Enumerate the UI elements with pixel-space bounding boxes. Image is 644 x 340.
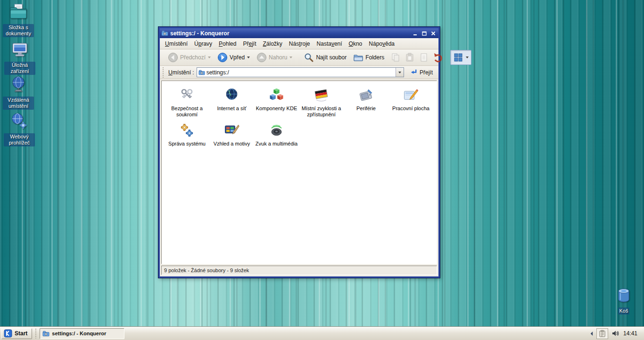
menu-item-2[interactable]: Pohled	[215, 39, 239, 49]
desktop-icon-label: Úložná zařízení	[4, 62, 35, 75]
trash-icon	[614, 286, 633, 307]
menu-item-1[interactable]: Úpravy	[191, 39, 215, 49]
folder-item-sound[interactable]: Zvuk a multimédia	[254, 120, 299, 149]
menu-item-5[interactable]: Nástroje	[286, 39, 314, 49]
desktop-icon-label: Složka s dokumenty	[3, 24, 34, 37]
desktop-icon-documents[interactable]: Složka s dokumenty	[3, 3, 34, 37]
start-button[interactable]: Start	[1, 328, 32, 339]
security-icon	[179, 87, 195, 104]
menu-item-8[interactable]: Nápověda	[365, 39, 398, 49]
paste-icon	[405, 52, 415, 63]
appearance-icon	[223, 122, 240, 139]
panel-hide-button[interactable]	[589, 331, 594, 337]
window-titlebar[interactable]: settings:/ - Konqueror	[160, 28, 438, 38]
maximize-button[interactable]	[420, 30, 428, 37]
kde-components-icon	[268, 87, 285, 104]
folder-view: Bezpečnost a soukromíInternet a síťKompo…	[161, 81, 437, 264]
folders-label: Folders	[365, 54, 384, 61]
taskbar-handle[interactable]	[35, 328, 37, 339]
folder-item-label: Pracovní plocha	[392, 105, 429, 112]
desktop-icon-label: Webový prohlížeč	[4, 133, 35, 146]
tray-applet-box	[596, 328, 608, 339]
go-label: Přejít	[420, 69, 433, 76]
folder-item-security[interactable]: Bezpečnost a soukromí	[165, 85, 209, 120]
folders-button[interactable]: Folders	[350, 50, 387, 65]
start-label: Start	[15, 330, 27, 337]
back-button[interactable]: Předchozí	[165, 50, 214, 65]
klipper-icon[interactable]	[598, 330, 606, 338]
back-icon	[168, 52, 178, 63]
konqueror-window: settings:/ - Konqueror UmístěníÚpravyPoh…	[158, 27, 440, 278]
main-toolbar: Předchozí Vpřed Nahoru Najít soubor Fold…	[160, 49, 438, 66]
up-dropdown-arrow	[289, 57, 292, 58]
folder-item-label: Zvuk a multimédia	[256, 141, 297, 147]
up-label: Nahoru	[269, 54, 287, 61]
up-icon	[256, 52, 267, 63]
clock: 14:41	[622, 330, 640, 337]
forward-button[interactable]: Vpřed	[215, 50, 253, 65]
menu-item-7[interactable]: Okno	[346, 39, 366, 49]
up-button[interactable]: Nahoru	[254, 50, 295, 65]
kde-menu-icon	[4, 329, 12, 338]
icon-view-dropdown-arrow	[466, 57, 469, 58]
folder-item-appearance[interactable]: Vzhled a motivy	[209, 120, 254, 149]
minimize-button[interactable]	[411, 30, 419, 37]
desktop-icon-trash[interactable]: Koš	[608, 286, 639, 315]
remote-icon	[9, 75, 28, 96]
menu-item-3[interactable]: Přejít	[239, 39, 259, 49]
folder-item-label: Správa systému	[168, 141, 206, 147]
status-bar: 9 položek - Žádné soubory - 9 složek	[161, 266, 437, 275]
folder-item-peripherals[interactable]: Periférie	[344, 85, 388, 120]
desktop-icon-label: Koš	[618, 308, 630, 315]
icon-grid: Bezpečnost a soukromíInternet a síťKompo…	[162, 81, 437, 154]
folder-item-label: Místní zvyklosti a zpřístupnění	[300, 105, 343, 118]
taskbar: Start settings:/ - Konqueror 14:41	[0, 326, 644, 340]
window-settings-folder-icon	[161, 30, 168, 37]
volume-icon[interactable]	[611, 329, 619, 338]
desktop-icon-remote[interactable]: Vzdálená umístění	[3, 75, 34, 110]
back-dropdown-arrow	[208, 57, 211, 58]
menu-bar: UmístěníÚpravyPohledPřejítZáložkyNástroj…	[160, 38, 438, 49]
close-button[interactable]	[429, 30, 437, 37]
folder-item-label: Internet a síť	[217, 105, 246, 112]
system-icon	[179, 122, 195, 139]
location-toolbar-handle[interactable]	[162, 67, 164, 78]
undo-button[interactable]	[431, 50, 445, 65]
desktop-icon-label: Vzdálená umístění	[3, 97, 34, 110]
desktop-icon	[403, 87, 419, 104]
location-combobox[interactable]	[197, 67, 404, 77]
copy-button[interactable]	[389, 50, 402, 65]
location-dropdown-button[interactable]	[396, 68, 404, 77]
menu-item-6[interactable]: Nastavení	[314, 39, 346, 49]
folder-item-label: Bezpečnost a soukromí	[165, 105, 208, 118]
desktop-icon-storage[interactable]: Úložná zařízení	[4, 40, 35, 75]
taskbar-task-konqueror[interactable]: settings:/ - Konqueror	[40, 328, 124, 339]
documents-icon	[9, 3, 28, 23]
paste-button[interactable]	[403, 50, 416, 65]
window-controls	[411, 30, 437, 37]
internet-icon	[223, 87, 240, 104]
go-icon	[410, 68, 418, 76]
folder-item-locale[interactable]: Místní zvyklosti a zpřístupnění	[299, 85, 344, 120]
menu-item-0[interactable]: Umístění	[162, 39, 191, 49]
folder-item-label: Periférie	[356, 105, 376, 112]
find-file-button[interactable]: Najít soubor	[301, 50, 349, 65]
folder-item-kde-components[interactable]: Komponenty KDE	[254, 85, 299, 120]
go-button[interactable]: Přejít	[406, 66, 436, 78]
locale-icon	[313, 87, 330, 104]
settings-folder-icon	[198, 69, 205, 76]
window-title: settings:/ - Konqueror	[170, 30, 409, 37]
undo-icon	[433, 52, 443, 63]
konqueror-task-icon	[42, 330, 50, 337]
folder-item-internet[interactable]: Internet a síť	[209, 85, 254, 120]
folders-icon	[353, 52, 363, 63]
location-input[interactable]	[206, 68, 394, 76]
folder-item-system[interactable]: Správa systému	[165, 120, 209, 149]
icon-view-button[interactable]	[450, 50, 471, 65]
folder-item-desktop[interactable]: Pracovní plocha	[388, 85, 433, 120]
desktop-icon-browser[interactable]: Webový prohlížeč	[4, 112, 35, 146]
location-label: Umístění :	[168, 69, 194, 76]
menu-item-4[interactable]: Záložky	[259, 39, 285, 49]
print-button[interactable]	[417, 50, 430, 65]
status-text: 9 položek - Žádné soubory - 9 složek	[164, 267, 249, 273]
